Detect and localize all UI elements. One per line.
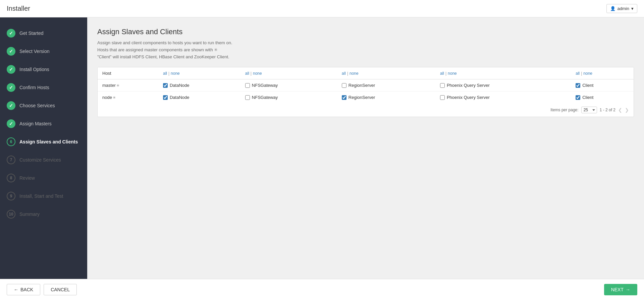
next-arrow-icon: → xyxy=(626,287,630,292)
sidebar-item-choose-services[interactable]: ✓ Choose Services xyxy=(0,97,87,115)
cancel-button[interactable]: CANCEL xyxy=(44,284,77,295)
table-header: Host all | none all | xyxy=(98,67,634,79)
client-all-link[interactable]: all xyxy=(576,71,580,76)
datanode-separator: | xyxy=(168,71,169,76)
sidebar-label-review: Review xyxy=(19,175,35,181)
regionserver-separator: | xyxy=(347,71,348,76)
master-phoenix-cell: Phoenix Query Server xyxy=(435,79,571,92)
step-4-circle: ✓ xyxy=(7,83,15,92)
master-nfsgateway-label: NFSGateway xyxy=(252,83,278,88)
step-3-circle: ✓ xyxy=(7,65,15,74)
col-datanode: all | none xyxy=(158,67,240,79)
datanode-none-link[interactable]: none xyxy=(171,71,180,76)
back-button[interactable]: ← BACK xyxy=(7,284,40,295)
back-arrow-icon: ← xyxy=(14,287,18,292)
client-separator: | xyxy=(581,71,582,76)
node-phoenix-checkbox[interactable] xyxy=(440,95,445,100)
step-1-circle: ✓ xyxy=(7,29,15,38)
node-nfsgateway-cell: NFSGateway xyxy=(240,92,337,104)
host-master-cell: master✳ xyxy=(98,79,158,92)
sidebar-label-customize-services: Customize Services xyxy=(19,157,61,163)
sidebar-item-install-options[interactable]: ✓ Install Options xyxy=(0,60,87,78)
step-6-circle: ✓ xyxy=(7,119,15,128)
nfsgateway-all-link[interactable]: all xyxy=(245,71,249,76)
step-11-circle: 10 xyxy=(7,210,15,219)
master-phoenix-label: Phoenix Query Server xyxy=(447,83,490,88)
nfsgateway-none-link[interactable]: none xyxy=(253,71,262,76)
sidebar-item-get-started[interactable]: ✓ Get Started xyxy=(0,24,87,42)
node-datanode-checkbox[interactable] xyxy=(163,95,168,100)
table-row-master: master✳ DataNode NFSGateway xyxy=(98,79,634,92)
node-nfsgateway-checkbox[interactable] xyxy=(245,95,250,100)
master-client-label: Client xyxy=(582,83,593,88)
node-datanode-cell: DataNode xyxy=(158,92,240,104)
sidebar-label-install-options: Install Options xyxy=(19,67,49,72)
master-regionserver-checkbox[interactable] xyxy=(342,83,346,88)
step-7-circle: 6 xyxy=(7,137,15,146)
sidebar-label-get-started: Get Started xyxy=(19,31,44,36)
master-client-cell: Client xyxy=(571,79,634,92)
node-client-checkbox[interactable] xyxy=(576,95,580,100)
datanode-all-link[interactable]: all xyxy=(163,71,167,76)
host-master-label: master xyxy=(102,83,116,88)
phoenix-separator: | xyxy=(445,71,446,76)
desc-line-3: "Client" will install HDFS Client, HBase… xyxy=(97,54,634,61)
nfsgateway-separator: | xyxy=(251,71,252,76)
master-nfsgateway-cell: NFSGateway xyxy=(240,79,337,92)
col-host: Host xyxy=(98,67,158,79)
user-icon: 👤 xyxy=(610,6,615,11)
next-button[interactable]: NEXT → xyxy=(604,284,637,295)
master-nfsgateway-checkbox[interactable] xyxy=(245,83,250,88)
regionserver-all-link[interactable]: all xyxy=(342,71,346,76)
master-datanode-cell: DataNode xyxy=(158,79,240,92)
pagination-range: 1 - 2 of 2 xyxy=(600,108,615,112)
phoenix-all-link[interactable]: all xyxy=(440,71,444,76)
sidebar-label-select-version: Select Version xyxy=(19,49,50,54)
assignments-table: Host all | none all | xyxy=(98,67,634,103)
master-phoenix-checkbox[interactable] xyxy=(440,83,445,88)
master-datanode-label: DataNode xyxy=(170,83,190,88)
items-per-page-select[interactable]: 25 50 100 xyxy=(581,107,597,113)
node-regionserver-label: RegionServer xyxy=(348,95,375,100)
next-label: NEXT xyxy=(611,287,624,292)
username-label: admin xyxy=(618,6,629,11)
sidebar-item-select-version[interactable]: ✓ Select Version xyxy=(0,42,87,60)
host-node-cell: node✳ xyxy=(98,92,158,104)
pagination-row: Items per page: 25 50 100 1 - 2 of 2 ❮ ❯ xyxy=(98,103,634,117)
sidebar-item-confirm-hosts[interactable]: ✓ Confirm Hosts xyxy=(0,78,87,97)
step-5-circle: ✓ xyxy=(7,101,15,110)
master-asterisk-1: ✳ xyxy=(116,83,119,87)
regionserver-none-link[interactable]: none xyxy=(350,71,359,76)
step-10-circle: 9 xyxy=(7,192,15,200)
desc-line-2: Hosts that are assigned master component… xyxy=(97,47,634,54)
page-description: Assign slave and client components to ho… xyxy=(97,40,634,60)
sidebar-item-review: 8 Review xyxy=(0,169,87,187)
master-regionserver-label: RegionServer xyxy=(348,83,375,88)
dropdown-arrow-icon: ▾ xyxy=(631,6,634,11)
phoenix-none-link[interactable]: none xyxy=(448,71,457,76)
sidebar-item-assign-slaves[interactable]: 6 Assign Slaves and Clients xyxy=(0,133,87,151)
content-area: Assign Slaves and Clients Assign slave a… xyxy=(87,17,644,279)
sidebar-item-assign-masters[interactable]: ✓ Assign Masters xyxy=(0,115,87,133)
pagination-next-button[interactable]: ❯ xyxy=(625,107,629,113)
step-9-circle: 8 xyxy=(7,174,15,182)
sidebar: ✓ Get Started ✓ Select Version ✓ Install… xyxy=(0,17,87,279)
assignments-table-container: Host all | none all | xyxy=(97,67,634,117)
desc-line-1: Assign slave and client components to ho… xyxy=(97,40,634,47)
sidebar-label-assign-masters: Assign Masters xyxy=(19,121,52,126)
pagination-prev-button[interactable]: ❮ xyxy=(618,107,622,113)
sidebar-item-summary: 10 Summary xyxy=(0,205,87,223)
master-datanode-checkbox[interactable] xyxy=(163,83,168,88)
sidebar-label-summary: Summary xyxy=(19,212,40,217)
table-row-node: node✳ DataNode NFSGateway xyxy=(98,92,634,104)
master-client-checkbox[interactable] xyxy=(576,83,580,88)
sidebar-label-assign-slaves: Assign Slaves and Clients xyxy=(19,139,78,144)
master-regionserver-cell: RegionServer xyxy=(337,79,435,92)
col-phoenix: all | none xyxy=(435,67,571,79)
node-asterisk: ✳ xyxy=(113,96,116,100)
user-menu-button[interactable]: 👤 admin ▾ xyxy=(606,4,637,13)
node-client-label: Client xyxy=(582,95,593,100)
client-none-link[interactable]: none xyxy=(583,71,592,76)
sidebar-label-install-start-test: Install, Start and Test xyxy=(19,193,63,199)
node-regionserver-checkbox[interactable] xyxy=(342,95,346,100)
